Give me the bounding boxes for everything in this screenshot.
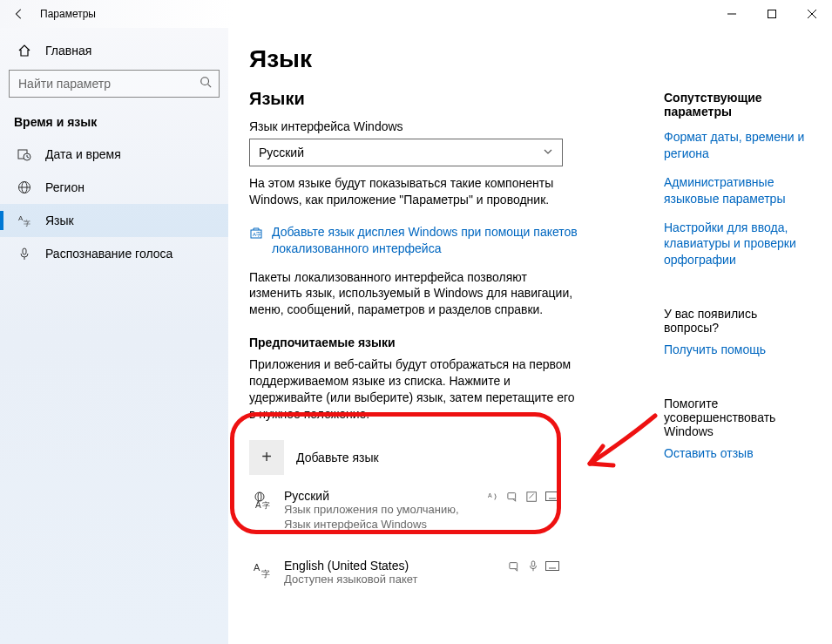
svg-rect-15 [23,248,26,254]
svg-text:字: 字 [261,569,270,579]
chevron-down-icon [543,146,553,159]
globe-icon [16,180,33,194]
questions-heading: У вас появились вопросы? [664,307,813,335]
sidebar-item-label: Язык [45,214,74,227]
right-panel: Сопутствующие параметры Формат даты, вре… [664,91,813,474]
svg-rect-33 [531,560,535,566]
svg-text:A: A [255,500,261,510]
add-language-label: Добавьте язык [296,451,379,464]
dropdown-value: Русский [259,146,304,159]
microphone-icon [16,247,33,261]
home-link[interactable]: Главная [0,35,228,66]
svg-point-4 [201,78,209,85]
related-heading: Сопутствующие параметры [664,91,813,119]
back-button[interactable] [5,0,33,28]
add-display-language-link[interactable]: Добавьте язык дисплея Windows при помощи… [272,224,580,257]
svg-line-5 [208,85,212,88]
section-languages-heading: Языки [249,89,632,109]
home-label: Главная [45,44,91,58]
store-icon: A字 [249,226,263,243]
link-get-help[interactable]: Получить помощь [664,342,813,358]
search-icon [200,76,212,92]
calendar-clock-icon [16,147,33,161]
sidebar-item-language[interactable]: A字 Язык [0,204,228,237]
svg-text:字: 字 [24,220,30,227]
svg-rect-26 [546,491,559,500]
link-admin-lang[interactable]: Административные языковые параметры [664,174,813,207]
tts-icon: A [488,491,500,505]
feedback-heading: Помогите усовершенствовать Windows [664,397,813,438]
sidebar-item-region[interactable]: Регион [0,171,228,204]
language-item-english[interactable]: A字 English (United States) Доступен язык… [249,553,563,593]
language-sub: Язык приложения по умолчанию, Язык интер… [284,503,477,532]
language-sub: Доступен языковой пакет [284,573,498,587]
sidebar: Главная Время и язык Дата и время Регион… [0,28,228,644]
svg-text:A: A [488,492,492,498]
svg-rect-35 [546,561,559,570]
packs-desc: Пакеты локализованного интерфейса позвол… [249,269,580,319]
speech-feature-icon [509,560,521,575]
maximize-button[interactable] [752,0,792,28]
search-input[interactable] [9,70,220,98]
minimize-button[interactable] [712,0,752,28]
preferred-languages-desc: Приложения и веб-сайты будут отображатьс… [249,356,580,423]
handwriting-icon [526,491,538,505]
svg-rect-24 [508,492,516,498]
display-language-desc: На этом языке будут показываться такие к… [249,175,580,208]
svg-text:字: 字 [262,501,270,510]
window-title: Параметры [40,8,96,20]
home-icon [16,44,33,58]
language-features [509,559,559,575]
sidebar-item-speech[interactable]: Распознавание голоса [0,237,228,270]
svg-rect-25 [527,492,537,502]
page-title: Язык [249,45,632,73]
sidebar-item-label: Дата и время [45,147,121,161]
language-item-russian[interactable]: A字 Русский Язык приложения по умолчанию,… [249,484,563,538]
display-language-label: Язык интерфейса Windows [249,119,632,133]
close-button[interactable] [792,0,832,28]
plus-icon: + [249,440,284,475]
language-name: Русский [284,489,477,503]
keyboard-icon [545,561,559,574]
sidebar-group-label: Время и язык [0,103,228,138]
svg-rect-32 [510,562,517,568]
link-date-format[interactable]: Формат даты, времени и региона [664,129,813,162]
sidebar-item-datetime[interactable]: Дата и время [0,138,228,171]
language-name: English (United States) [284,559,498,573]
svg-text:A: A [254,562,260,573]
link-input-settings[interactable]: Настройки для ввода, клавиатуры и провер… [664,220,813,269]
svg-rect-1 [768,10,776,18]
search-field[interactable] [18,77,200,91]
language-icon: A字 [16,214,33,227]
language-glyph-icon: A字 [253,491,274,510]
svg-text:A字: A字 [253,231,261,237]
preferred-languages-heading: Предпочитаемые языки [249,336,632,349]
sidebar-item-label: Распознавание голоса [45,247,172,261]
language-features: A [488,489,559,505]
link-feedback[interactable]: Оставить отзыв [664,445,813,462]
language-glyph-icon: A字 [253,560,274,580]
speech-feature-icon [507,491,519,505]
display-language-dropdown[interactable]: Русский [249,139,563,166]
microphone-icon [528,560,538,575]
sidebar-item-label: Регион [45,180,85,194]
keyboard-icon [545,491,559,505]
add-language-button[interactable]: + Добавьте язык [249,440,632,475]
